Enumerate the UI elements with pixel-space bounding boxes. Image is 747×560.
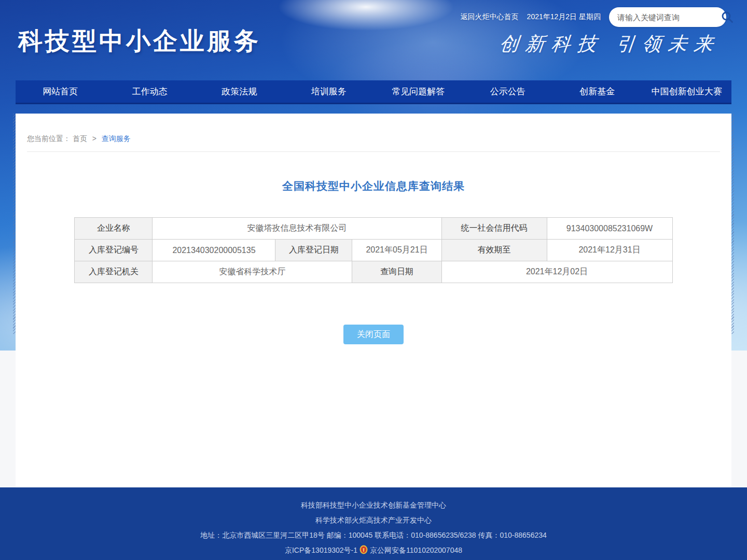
breadcrumb-prefix: 您当前位置： <box>27 134 71 143</box>
nav-item-announcements[interactable]: 公示公告 <box>463 80 553 103</box>
registration-org-label: 入库登记机关 <box>75 261 153 283</box>
breadcrumb-separator: > <box>92 134 96 143</box>
table-row: 入库登记机关 安徽省科学技术厅 查询日期 2021年12月02日 <box>75 261 672 283</box>
page-title: 全国科技型中小企业信息库查询结果 <box>16 179 731 193</box>
close-button-wrap: 关闭页面 <box>16 325 731 344</box>
main-nav: 网站首页 工作动态 政策法规 培训服务 常见问题解答 公示公告 创新基金 中国创… <box>16 80 731 104</box>
query-date-label: 查询日期 <box>352 261 441 283</box>
nav-item-competition[interactable]: 中国创新创业大赛 <box>642 80 732 103</box>
header-date: 2021年12月2日 星期四 <box>527 12 601 22</box>
nav-item-training[interactable]: 培训服务 <box>284 80 374 103</box>
search-input[interactable] <box>617 13 721 22</box>
search-button[interactable] <box>721 10 734 24</box>
site-footer: 科技部科技型中小企业技术创新基金管理中心 科学技术部火炬高技术产业开发中心 地址… <box>0 487 747 560</box>
site-logo: 科技型中小企业服务 <box>18 25 261 58</box>
valid-until-value: 2021年12月31日 <box>547 240 672 261</box>
table-row: 企业名称 安徽塔孜信息技术有限公司 统一社会信用代码 9134030008523… <box>75 218 672 240</box>
credit-code-label: 统一社会信用代码 <box>441 218 547 240</box>
breadcrumb-current-link[interactable]: 查询服务 <box>102 134 131 143</box>
breadcrumb: 您当前位置： 首页 > 查询服务 <box>16 114 731 151</box>
search-icon <box>721 10 734 24</box>
registration-no-label: 入库登记编号 <box>75 240 153 261</box>
footer-org-line1: 科技部科技型中小企业技术创新基金管理中心 <box>0 500 747 510</box>
nav-item-policies[interactable]: 政策法规 <box>195 80 284 103</box>
company-name-label: 企业名称 <box>75 218 153 240</box>
footer-record-line: 京ICP备13019302号-1 京公网安备11010202007048 <box>0 545 747 556</box>
search-box[interactable] <box>609 7 726 27</box>
breadcrumb-home-link[interactable]: 首页 <box>73 134 87 143</box>
company-name-value: 安徽塔孜信息技术有限公司 <box>153 218 441 240</box>
nav-item-work-news[interactable]: 工作动态 <box>105 80 195 103</box>
registration-date-label: 入库登记日期 <box>275 240 352 261</box>
police-badge-icon <box>359 545 368 556</box>
nav-item-faq[interactable]: 常见问题解答 <box>374 80 463 103</box>
breadcrumb-divider <box>27 151 720 152</box>
header-top-row: 返回火炬中心首页 2021年12月2日 星期四 <box>461 7 726 27</box>
registration-org-value: 安徽省科学技术厅 <box>153 261 352 283</box>
credit-code-value: 91340300085231069W <box>547 218 672 240</box>
footer-contact-line: 地址：北京市西城区三里河二区甲18号 邮编：100045 联系电话：010-88… <box>0 530 747 540</box>
icp-record-link[interactable]: 京ICP备13019302号-1 <box>285 546 357 555</box>
police-record-link[interactable]: 京公网安备11010202007048 <box>370 546 462 555</box>
nav-item-home[interactable]: 网站首页 <box>16 80 105 103</box>
content-panel: 您当前位置： 首页 > 查询服务 全国科技型中小企业信息库查询结果 企业名称 安… <box>16 114 731 487</box>
torch-home-link[interactable]: 返回火炬中心首页 <box>461 12 519 22</box>
registration-no-value: 202134030200005135 <box>153 240 275 261</box>
valid-until-label: 有效期至 <box>441 240 547 261</box>
query-result-table: 企业名称 安徽塔孜信息技术有限公司 统一社会信用代码 9134030008523… <box>74 217 672 283</box>
slogan-text: 创新科技 引领未来 <box>499 31 722 57</box>
table-row: 入库登记编号 202134030200005135 入库登记日期 2021年05… <box>75 240 672 261</box>
query-date-value: 2021年12月02日 <box>441 261 672 283</box>
close-page-button[interactable]: 关闭页面 <box>343 325 404 344</box>
nav-item-innovation-fund[interactable]: 创新基金 <box>552 80 642 103</box>
footer-org-line2: 科学技术部火炬高技术产业开发中心 <box>0 515 747 525</box>
registration-date-value: 2021年05月21日 <box>352 240 441 261</box>
